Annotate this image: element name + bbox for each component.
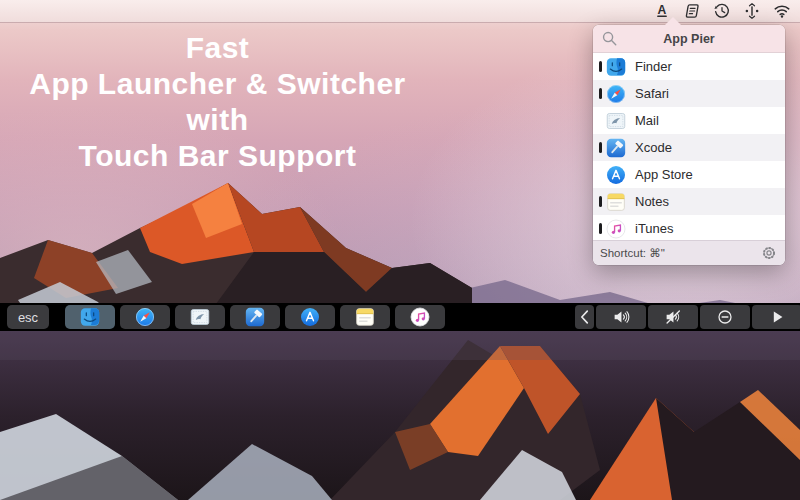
app-row-xcode[interactable]: Xcode <box>593 134 785 161</box>
hero-line-2: App Launcher & Switcher <box>15 66 420 102</box>
mail-icon <box>606 111 626 131</box>
running-indicator <box>599 223 602 234</box>
touchbar-app-appstore[interactable] <box>285 305 335 329</box>
running-indicator <box>599 142 602 153</box>
hero-headline: Fast App Launcher & Switcher with Touch … <box>15 30 420 174</box>
running-indicator <box>599 88 602 99</box>
gear-icon[interactable] <box>760 244 778 262</box>
touchbar-do-not-disturb-button[interactable] <box>700 305 750 329</box>
touchbar-volume-button[interactable] <box>596 305 646 329</box>
svg-text:A: A <box>658 3 667 17</box>
popover-arrow <box>665 17 681 25</box>
popover-header: App Pier <box>593 25 785 53</box>
running-indicator <box>599 196 602 207</box>
touchbar-app-finder[interactable] <box>65 305 115 329</box>
app-pier-popover: App Pier Finder Safari Mail Xcode App St… <box>593 25 785 265</box>
finder-icon <box>606 57 626 77</box>
touchbar-play-button[interactable] <box>752 305 800 329</box>
popover-footer: Shortcut: ⌘" <box>593 240 785 265</box>
app-label: Safari <box>635 86 669 101</box>
app-label: Notes <box>635 194 669 209</box>
touch-bar: esc <box>0 303 800 331</box>
do-not-disturb-icon <box>715 307 735 327</box>
play-icon <box>767 307 787 327</box>
mute-icon <box>663 307 683 327</box>
touch-bar-apps <box>65 305 445 329</box>
touchbar-app-notes[interactable] <box>340 305 390 329</box>
touchbar-app-itunes[interactable] <box>395 305 445 329</box>
shortcut-label: Shortcut: ⌘" <box>600 246 665 260</box>
xcode-icon <box>606 138 626 158</box>
app-row-itunes[interactable]: iTunes <box>593 215 785 241</box>
touchbar-app-mail[interactable] <box>175 305 225 329</box>
itunes-icon <box>410 307 430 327</box>
touchbar-mute-button[interactable] <box>648 305 698 329</box>
move-arrows-icon[interactable] <box>742 2 762 21</box>
safari-icon <box>606 84 626 104</box>
touchbar-app-safari[interactable] <box>120 305 170 329</box>
wifi-icon[interactable] <box>772 2 792 21</box>
itunes-icon <box>606 219 626 239</box>
app-label: Finder <box>635 59 672 74</box>
popover-title: App Pier <box>663 32 714 46</box>
app-row-finder[interactable]: Finder <box>593 53 785 80</box>
volume-icon <box>611 307 631 327</box>
xcode-icon <box>245 307 265 327</box>
running-indicator <box>599 61 602 72</box>
time-machine-icon[interactable] <box>712 2 732 21</box>
appstore-icon <box>300 307 320 327</box>
hero-line-3: with <box>15 102 420 138</box>
chevron-left-icon <box>575 307 595 327</box>
app-row-safari[interactable]: Safari <box>593 80 785 107</box>
search-icon[interactable] <box>601 30 618 47</box>
touchbar-app-xcode[interactable] <box>230 305 280 329</box>
app-row-appstore[interactable]: App Store <box>593 161 785 188</box>
app-label: iTunes <box>635 221 674 236</box>
safari-icon <box>135 307 155 327</box>
finder-icon <box>80 307 100 327</box>
appstore-icon <box>606 165 626 185</box>
notes-icon <box>606 192 626 212</box>
touchbar-chevron-left-button[interactable] <box>575 305 594 329</box>
app-row-notes[interactable]: Notes <box>593 188 785 215</box>
notes-icon <box>355 307 375 327</box>
mail-icon <box>190 307 210 327</box>
app-label: App Store <box>635 167 693 182</box>
esc-button[interactable]: esc <box>7 305 49 329</box>
hero-line-4: Touch Bar Support <box>15 138 420 174</box>
touch-bar-control-strip <box>575 305 800 329</box>
app-list: Finder Safari Mail Xcode App Store Notes <box>593 53 785 241</box>
app-label: Mail <box>635 113 659 128</box>
app-label: Xcode <box>635 140 672 155</box>
hero-line-1: Fast <box>15 30 420 66</box>
app-row-mail[interactable]: Mail <box>593 107 785 134</box>
clipboard-list-icon[interactable] <box>682 2 702 21</box>
